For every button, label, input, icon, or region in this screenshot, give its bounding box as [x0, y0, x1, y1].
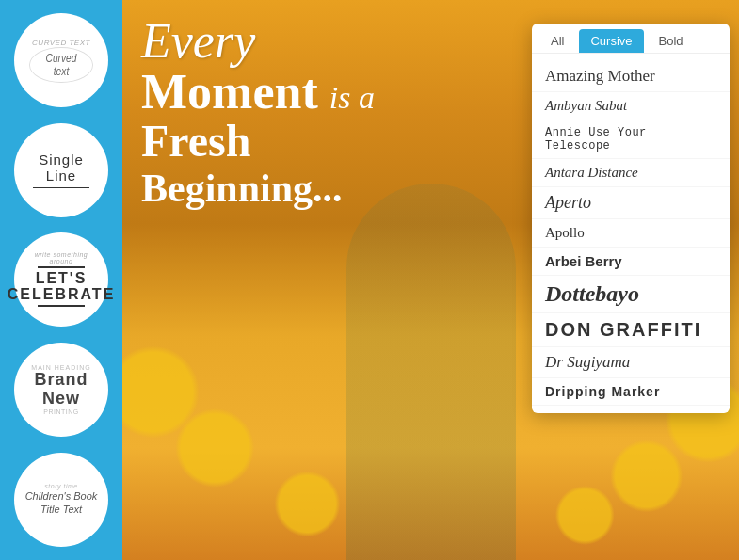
- quote-overlay: Every Moment is a Fresh Beginning...: [141, 14, 375, 210]
- font-list-item-amazing-mother[interactable]: Amazing Mother: [532, 61, 730, 92]
- tab-bold[interactable]: Bold: [648, 29, 695, 53]
- tab-all[interactable]: All: [539, 29, 575, 53]
- font-list-item-annie[interactable]: Annie Use Your Telescope: [532, 120, 730, 159]
- font-list-item-dripping[interactable]: Dripping Marker: [532, 378, 730, 406]
- single-line-divider: [33, 187, 89, 188]
- tab-cursive[interactable]: Cursive: [579, 29, 643, 53]
- curved-text-preview: Curved text: [29, 47, 93, 83]
- quote-line1: Every: [141, 14, 375, 68]
- brand-new-bottom-label: PRINTING: [43, 408, 78, 415]
- font-list-item-dr-sugiyama[interactable]: Dr Sugiyama: [532, 347, 730, 378]
- celebrate-main1: LET'S: [36, 270, 88, 287]
- celebrate-top-line: [38, 266, 85, 268]
- main-canvas: Every Moment is a Fresh Beginning... All…: [122, 0, 739, 560]
- sidebar-item-celebrate[interactable]: write something around LET'S CELEBRATE: [14, 232, 108, 327]
- font-panel: All Cursive Bold Amazing MotherAmbyan Sa…: [532, 24, 730, 413]
- celebrate-main2: CELEBRATE: [8, 286, 116, 303]
- font-list: Amazing MotherAmbyan SabatAnnie Use Your…: [532, 54, 730, 413]
- font-list-item-aperto[interactable]: Aperto: [532, 187, 730, 219]
- childrens-main1: Children's Book: [25, 489, 98, 503]
- childrens-main2: Title Text: [40, 503, 82, 516]
- font-list-item-arbei-berry[interactable]: Arbei Berry: [532, 248, 730, 276]
- font-list-item-apollo[interactable]: Apollo: [532, 219, 730, 248]
- celebrate-bottom-line: [38, 305, 85, 307]
- childrens-top-label: story time: [44, 483, 77, 489]
- sidebar: curved text Curved text Single Line writ…: [0, 0, 122, 560]
- quote-line2: Moment is a: [141, 68, 375, 117]
- quote-line4: Beginning...: [141, 167, 375, 210]
- curved-text-label: curved text: [32, 39, 90, 47]
- single-line-label: Single Line: [24, 152, 99, 184]
- font-panel-tabs: All Cursive Bold: [532, 24, 730, 54]
- font-list-item-dottebayo[interactable]: Dottebayo: [532, 276, 730, 313]
- person-silhouette: [346, 184, 516, 560]
- font-list-item-antara[interactable]: Antara Distance: [532, 159, 730, 187]
- sidebar-item-brand-new[interactable]: MAIN HEADING Brand New PRINTING: [14, 343, 108, 437]
- quote-line3: Fresh: [141, 117, 375, 167]
- sidebar-item-single-line[interactable]: Single Line: [14, 123, 108, 217]
- font-list-item-don-graffiti[interactable]: DON GRAFFITI: [532, 313, 730, 347]
- celebrate-top-label: write something around: [24, 251, 99, 264]
- quote-line2-italic: is a: [329, 80, 375, 115]
- quote-line2-bold: Moment: [141, 65, 318, 119]
- brand-new-main: Brand New: [24, 371, 99, 408]
- font-list-item-ambyan-sabat[interactable]: Ambyan Sabat: [532, 92, 730, 120]
- canvas-background: Every Moment is a Fresh Beginning... All…: [122, 0, 739, 560]
- sidebar-item-curved-text[interactable]: curved text Curved text: [14, 13, 108, 107]
- sidebar-item-childrens-book[interactable]: story time Children's Book Title Text: [14, 453, 108, 547]
